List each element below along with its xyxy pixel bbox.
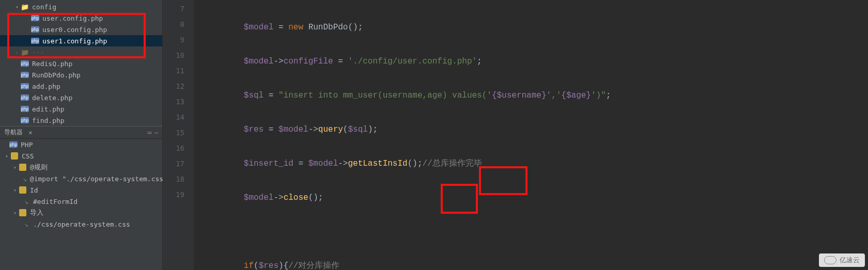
code-line[interactable]: if($res){//对分库操作 [194,258,868,270]
resource-icon [19,186,26,194]
file-label: RedisQ.php [32,60,72,68]
line-number: 15 [163,125,194,140]
folder-collapsed[interactable]: ▸ 📁 ··· [0,46,162,58]
code-editor[interactable]: 7 8 9 10 11 12 13 14 15 16 17 18 19 $mod… [163,0,868,270]
code-line[interactable]: $sql = "insert into mm_user(username,age… [194,88,868,103]
panel-controls[interactable]: ▭ — [148,129,158,136]
file-redisq[interactable]: php RedisQ.php [0,58,162,69]
code-line[interactable]: $model = new RunDbPdo(); [194,20,868,35]
php-file-icon: php [31,38,39,44]
link-icon: ↘ [23,220,30,228]
file-rundbpdo[interactable]: php RunDbPdo.php [0,69,162,81]
php-file-icon: php [21,106,29,112]
nav-label: 导入 [30,208,43,217]
chevron-down-icon: ▾ [11,210,19,216]
folder-icon: 📁 [21,3,29,11]
line-number: 12 [163,78,194,94]
php-file-icon: php [31,26,39,33]
nav-id-item[interactable]: ↘ #editFormId [0,196,162,207]
resource-icon [19,209,26,216]
line-number: 19 [163,187,194,202]
line-number: 14 [163,109,194,125]
file-tree: ▾ 📁 config php user.config.php php user0… [0,0,162,126]
file-user1-config[interactable]: php user1.config.php [0,35,162,46]
file-label: delete.php [32,94,72,102]
line-gutter: 7 8 9 10 11 12 13 14 15 16 17 18 19 [163,0,194,270]
line-number: 16 [163,140,194,156]
nav-css[interactable]: ▾ CSS [0,150,162,162]
file-label: ··· [32,49,44,56]
file-label: user1.config.php [42,37,107,45]
chevron-down-icon: ▾ [11,165,19,170]
watermark: 亿速云 [819,253,865,267]
folder-icon: 📁 [21,48,29,56]
file-label: RunDbPdo.php [32,71,81,79]
file-label: user.config.php [42,14,103,22]
css-file-icon [11,152,18,160]
link-icon: ↘ [23,174,27,183]
line-number: 7 [163,1,194,17]
file-label: user0.config.php [42,26,107,34]
line-number: 18 [163,171,194,187]
file-user-config[interactable]: php user.config.php [0,12,162,24]
nav-label: #editFormId [33,198,78,205]
chevron-right-icon: ▸ [13,50,21,55]
navigator-panel: 导航器 × ▭ — php PHP ▾ CSS ▾ @规则 ↘ @imp [0,126,162,230]
code-area[interactable]: $model = new RunDbPdo(); $model->configF… [194,0,868,270]
folder-label: config [32,3,56,11]
folder-config[interactable]: ▾ 📁 config [0,1,162,12]
file-add[interactable]: php add.php [0,81,162,92]
line-number: 10 [163,47,194,63]
nav-import-item[interactable]: ↘ ./css/operate-system.css [0,218,162,230]
nav-label: @import "./css/operate-system.css [30,175,163,183]
chevron-down-icon: ▾ [3,153,10,159]
file-delete[interactable]: php delete.php [0,92,162,103]
nav-label: CSS [22,152,34,160]
line-number: 8 [163,17,194,32]
code-line[interactable] [194,224,868,240]
link-icon: ↘ [23,197,30,205]
php-file-icon: php [21,117,29,123]
code-line[interactable]: $insert_id = $model->getLastInsId();//总库… [194,156,868,171]
file-label: add.php [32,83,60,90]
nav-label: @规则 [30,163,48,172]
php-file-icon: php [31,15,39,21]
chevron-down-icon: ▾ [11,187,19,193]
nav-rule-item[interactable]: ↘ @import "./css/operate-system.css [0,173,162,184]
chevron-down-icon: ▾ [13,4,21,10]
nav-label: ./css/operate-system.css [33,220,130,228]
php-file-icon: php [21,94,29,101]
nav-php[interactable]: php PHP [0,139,162,150]
sidebar: ▾ 📁 config php user.config.php php user0… [0,0,163,270]
line-number: 9 [163,32,194,47]
resource-icon [19,164,26,171]
watermark-text: 亿速云 [840,256,860,265]
file-label: edit.php [32,105,65,113]
file-user0-config[interactable]: php user0.config.php [0,24,162,35]
line-number: 11 [163,63,194,78]
navigator-header: 导航器 × ▭ — [0,126,162,139]
line-number: 13 [163,94,194,109]
php-file-icon: php [9,141,18,148]
navigator-title: 导航器 [4,128,23,137]
nav-import[interactable]: ▾ 导入 [0,207,162,218]
file-edit[interactable]: php edit.php [0,103,162,115]
line-number: 17 [163,156,194,171]
file-find[interactable]: php find.php [0,115,162,126]
close-icon[interactable]: × [25,129,32,136]
nav-label: Id [30,186,38,194]
nav-id[interactable]: ▾ Id [0,184,162,196]
code-line[interactable]: $model->configFile = './config/user.conf… [194,54,868,69]
code-line[interactable]: $res = $model->query($sql); [194,122,868,137]
php-file-icon: php [21,72,29,78]
cloud-icon [824,256,836,264]
php-file-icon: php [21,60,29,67]
php-file-icon: php [21,83,29,89]
nav-label: PHP [21,141,33,149]
file-label: find.php [32,117,65,124]
nav-rule[interactable]: ▾ @规则 [0,162,162,173]
code-line[interactable]: $model->close(); [194,190,868,205]
